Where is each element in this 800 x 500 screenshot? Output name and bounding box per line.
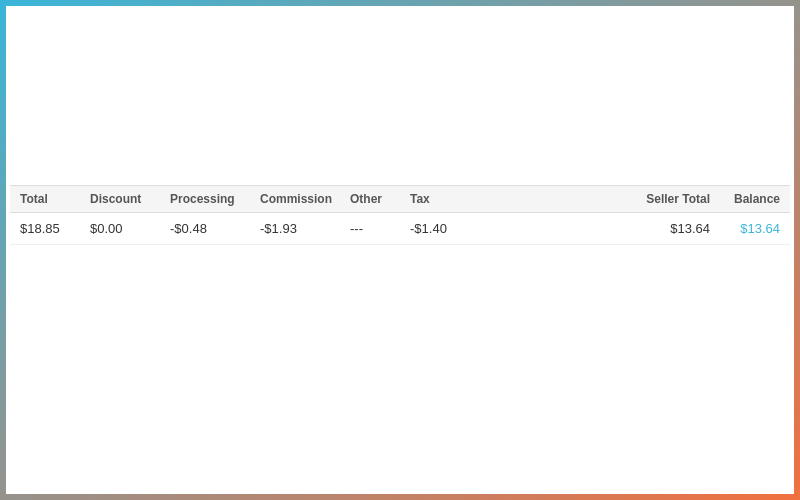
cell-other: --- xyxy=(350,221,410,236)
header-seller-total: Seller Total xyxy=(610,192,710,206)
cell-discount: $0.00 xyxy=(90,221,170,236)
table-section: Total Discount Processing Commission Oth… xyxy=(10,185,790,245)
cell-tax: -$1.40 xyxy=(410,221,470,236)
page-wrapper: Total Discount Processing Commission Oth… xyxy=(0,0,800,500)
cell-commission: -$1.93 xyxy=(260,221,350,236)
table-header-row: Total Discount Processing Commission Oth… xyxy=(10,185,790,213)
cell-total: $18.85 xyxy=(20,221,90,236)
header-total: Total xyxy=(20,192,90,206)
cell-processing: -$0.48 xyxy=(170,221,260,236)
table-row: $18.85 $0.00 -$0.48 -$1.93 --- -$1.40 $1… xyxy=(10,213,790,245)
header-commission: Commission xyxy=(260,192,350,206)
header-processing: Processing xyxy=(170,192,260,206)
header-discount: Discount xyxy=(90,192,170,206)
header-other: Other xyxy=(350,192,410,206)
cell-balance: $13.64 xyxy=(710,221,780,236)
header-balance: Balance xyxy=(710,192,780,206)
cell-seller-total: $13.64 xyxy=(610,221,710,236)
header-tax: Tax xyxy=(410,192,470,206)
